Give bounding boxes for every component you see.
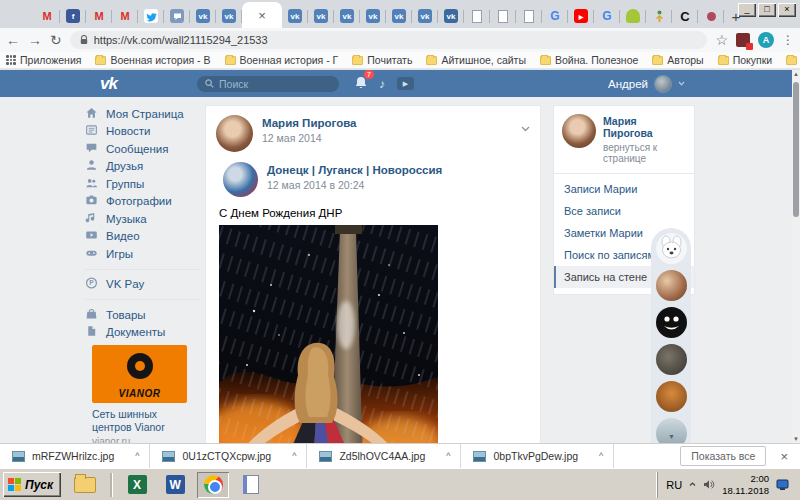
volume-icon[interactable] (703, 479, 715, 490)
right-profile-name[interactable]: Мария Пирогова (603, 115, 686, 139)
video-button-icon[interactable]: ▶ (397, 77, 414, 90)
sidebar-item-photos[interactable]: Фотографии (85, 193, 200, 211)
browser-tab[interactable] (516, 4, 542, 28)
bookmark-folder[interactable]: Военная история - Г (225, 54, 339, 66)
bookmark-folder[interactable]: Авторы (652, 54, 703, 66)
browser-tab[interactable]: vk (216, 4, 242, 28)
reload-icon[interactable]: ↻ (50, 33, 62, 47)
soldier-avatar[interactable] (656, 381, 687, 412)
browser-tab[interactable]: vk (282, 4, 308, 28)
browser-tab[interactable]: vk (190, 4, 216, 28)
browser-tab[interactable]: G (594, 4, 620, 28)
vk-logo[interactable]: vk (100, 74, 117, 94)
dog-avatar[interactable] (656, 233, 687, 264)
download-menu-chevron-icon[interactable]: ^ (292, 451, 296, 461)
bookmark-folder[interactable]: Почитать (352, 54, 412, 66)
sidebar-item-video[interactable]: Видео (85, 228, 200, 246)
family-avatar[interactable] (656, 270, 687, 301)
post-date[interactable]: 12 мая 2014 (262, 132, 356, 144)
maximize-button[interactable]: □ (758, 3, 776, 17)
repost-community-avatar[interactable] (223, 162, 258, 197)
sidebar-item-messages[interactable]: Сообщения (85, 140, 200, 158)
back-to-page-link[interactable]: вернуться к странице (603, 142, 686, 164)
bookmark-folder[interactable]: Война. Полезное (540, 54, 638, 66)
browser-tab[interactable] (464, 4, 490, 28)
dark-avatar[interactable] (656, 344, 687, 375)
browser-profile-avatar[interactable]: A (758, 32, 774, 48)
browser-tab[interactable]: vk (308, 4, 334, 28)
tab-close-icon[interactable]: × (258, 9, 266, 22)
sidebar-item-friends[interactable]: Друзья (85, 158, 200, 176)
download-menu-chevron-icon[interactable]: ^ (446, 451, 450, 461)
browser-tab[interactable]: vk (386, 4, 412, 28)
url-text[interactable]: https://vk.com/wall21115294_21533 (94, 34, 268, 46)
word-taskbar-button[interactable]: W (159, 472, 191, 498)
minimize-button[interactable]: _ (738, 3, 756, 17)
close-button[interactable]: × (778, 3, 796, 17)
browser-tab[interactable] (698, 4, 724, 28)
downloads-close-icon[interactable]: × (780, 449, 788, 464)
page-scrollbar[interactable]: ▲ ▼ (792, 70, 800, 443)
scroll-down-icon[interactable]: ▼ (792, 436, 800, 442)
music-icon[interactable]: ♪ (379, 77, 385, 91)
browser-tab[interactable]: ▶ (568, 4, 594, 28)
notifications-bell-icon[interactable]: 7 (355, 75, 367, 93)
download-menu-chevron-icon[interactable]: ^ (135, 451, 139, 461)
browser-menu-icon[interactable]: ⋮ (782, 33, 794, 47)
browser-tab[interactable]: vk (334, 4, 360, 28)
repost-community-name[interactable]: Донецк | Луганск | Новороссия (267, 164, 442, 176)
vk-user-menu[interactable]: Андрей (608, 75, 685, 93)
post-author-avatar[interactable] (216, 115, 253, 152)
language-indicator[interactable]: RU (666, 479, 682, 491)
post-menu-chevron-icon[interactable] (521, 118, 530, 136)
browser-tab[interactable] (138, 4, 164, 28)
browser-tab[interactable] (490, 4, 516, 28)
sidebar-item-home[interactable]: Моя Страница (85, 105, 200, 123)
bookmark-folder[interactable]: Айтишное, сайты (426, 54, 526, 66)
chrome-taskbar-button[interactable] (197, 472, 229, 498)
sidebar-item-market[interactable]: Товары (85, 306, 200, 324)
sidebar-item-groups[interactable]: Группы (85, 175, 200, 193)
repost-date[interactable]: 12 мая 2014 в 20:24 (267, 179, 442, 191)
show-all-downloads-button[interactable]: Показать все (680, 446, 766, 466)
sidebar-item-games[interactable]: Игры (85, 245, 200, 263)
sidebar-item-music[interactable]: Музыка (85, 210, 200, 228)
sidebar-item-docs[interactable]: Документы (85, 324, 200, 342)
download-item[interactable]: mRFZWHrilzc.jpg^ (0, 444, 150, 469)
start-button[interactable]: Пуск (3, 472, 61, 497)
sidebar-item-vkpay[interactable]: PVK Pay (85, 276, 200, 294)
browser-tab[interactable]: vk (360, 4, 386, 28)
browser-tab[interactable]: M (34, 4, 60, 28)
browser-tab[interactable]: G (542, 4, 568, 28)
browser-tab[interactable]: f (60, 4, 86, 28)
browser-tab[interactable] (646, 4, 672, 28)
bookmark-folder[interactable]: Военная история - В (95, 54, 210, 66)
bookmarks-apps[interactable]: Приложения (6, 54, 81, 66)
network-icon[interactable] (776, 479, 791, 491)
forward-icon[interactable]: → (28, 33, 42, 47)
address-bar[interactable]: https://vk.com/wall21115294_21533 (70, 31, 708, 49)
scroll-up-icon[interactable]: ▲ (792, 71, 800, 77)
clock[interactable]: 2:00 18.11.2018 (722, 473, 769, 497)
browser-tab[interactable]: vk (412, 4, 438, 28)
browser-tab[interactable] (164, 4, 190, 28)
download-item[interactable]: 0U1zCTQXcpw.jpg^ (150, 444, 307, 469)
right-menu-item[interactable]: Записи Марии (554, 178, 694, 200)
browser-tab[interactable]: M (112, 4, 138, 28)
browser-tab[interactable]: M (86, 4, 112, 28)
scrollbar-thumb[interactable] (793, 82, 799, 217)
post-author-name[interactable]: Мария Пирогова (262, 117, 356, 129)
excel-taskbar-button[interactable]: X (121, 472, 153, 498)
browser-tab[interactable]: C (672, 4, 698, 28)
right-menu-item[interactable]: Все записи (554, 200, 694, 222)
right-profile-avatar[interactable] (562, 114, 596, 148)
ad-image[interactable]: VIANOR (92, 345, 187, 403)
vk-search-input[interactable]: Поиск (197, 76, 339, 92)
back-icon[interactable]: ← (6, 33, 20, 47)
download-item[interactable]: 0bpTkvPgDew.jpg^ (461, 444, 614, 469)
bookmark-star-icon[interactable]: ☆ (715, 33, 728, 47)
dock-collapse-icon[interactable]: ▼ (668, 433, 675, 440)
post-photo[interactable] (219, 225, 438, 443)
smiley-avatar[interactable] (656, 307, 687, 338)
extension-icon[interactable] (736, 33, 750, 47)
